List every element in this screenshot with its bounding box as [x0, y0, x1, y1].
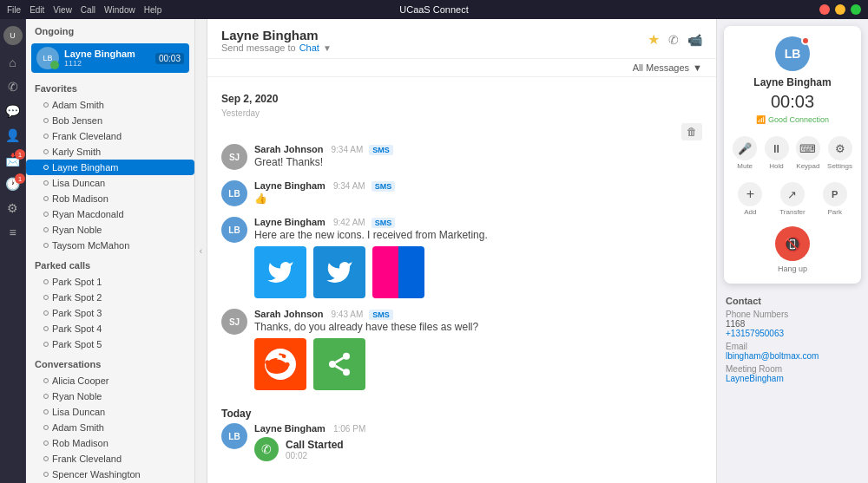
- message-nav-icon[interactable]: 💬: [5, 104, 20, 118]
- message-type: SMS: [369, 145, 393, 155]
- menu-help[interactable]: Help: [144, 5, 162, 15]
- park-spot-3[interactable]: Park Spot 3: [26, 305, 194, 321]
- add-icon: +: [738, 182, 762, 206]
- conv-frank-cleveland[interactable]: Frank Cleveland: [26, 451, 194, 467]
- keypad-icon: ⌨: [796, 136, 820, 160]
- mute-button[interactable]: 🎤 Mute: [731, 133, 759, 173]
- conv-spencer-washington[interactable]: Spencer Washington: [26, 467, 194, 482]
- phone-nav-icon[interactable]: ✆: [8, 80, 18, 94]
- message-time: 1:06 PM: [333, 424, 365, 434]
- contact-lisa-duncan[interactable]: Lisa Duncan: [26, 175, 194, 191]
- date-divider-sep2: Sep 2, 2020: [221, 86, 702, 108]
- contact-karly-smith[interactable]: Karly Smith: [26, 144, 194, 160]
- user-avatar[interactable]: U: [3, 26, 23, 45]
- app-window: File Edit View Call Window Help UCaaS Co…: [0, 0, 868, 483]
- phone-number-1[interactable]: 1168: [726, 319, 859, 329]
- call-actions-row2: + Add ↗ Transfer P Park: [731, 179, 854, 219]
- minimize-button[interactable]: [835, 4, 845, 15]
- contact-ryan-macdonald[interactable]: Ryan Macdonald: [26, 206, 194, 222]
- contact-layne-bingham[interactable]: Layne Bingham: [26, 160, 194, 175]
- star-icon[interactable]: ★: [648, 31, 660, 48]
- panel-collapse-handle[interactable]: ‹: [195, 19, 207, 483]
- delete-button[interactable]: 🗑: [681, 123, 702, 140]
- voicemail-nav-icon[interactable]: 📩1: [5, 153, 20, 166]
- home-nav-icon[interactable]: ⌂: [9, 55, 16, 69]
- message-content: Layne Bingham 9:34 AM SMS 👍: [254, 180, 702, 205]
- title-bar-menu[interactable]: File Edit View Call Window Help: [7, 5, 161, 15]
- park-button[interactable]: P Park: [815, 179, 854, 219]
- message-row: LB Layne Bingham 9:42 AM SMS Here are th…: [221, 217, 702, 298]
- call-quality-indicator: 📶 Good Connection: [731, 115, 854, 124]
- history-nav-icon[interactable]: 🕐1: [5, 177, 20, 191]
- phone-action-icon[interactable]: ✆: [668, 33, 679, 47]
- park-spot-4[interactable]: Park Spot 4: [26, 321, 194, 336]
- ongoing-info: Layne Bingham 1112: [64, 49, 150, 68]
- hangup-button[interactable]: 📵: [775, 226, 810, 261]
- conversations-section-header: Conversations: [26, 352, 194, 373]
- conv-adam-smith[interactable]: Adam Smith: [26, 420, 194, 435]
- left-panel: Ongoing LB Layne Bingham 1112 00:03 Favo…: [26, 19, 195, 483]
- message-time: 9:42 AM: [333, 218, 365, 227]
- park-icon: P: [823, 182, 847, 206]
- ongoing-item-layne[interactable]: LB Layne Bingham 1112 00:03: [31, 43, 189, 73]
- menu-view[interactable]: View: [53, 5, 72, 15]
- close-button[interactable]: [819, 4, 830, 15]
- conv-alicia-cooper[interactable]: Alicia Cooper: [26, 373, 194, 388]
- ongoing-avatar: LB: [36, 47, 59, 69]
- layne-bingham-avatar: LB: [221, 180, 247, 206]
- contact-rob-madison[interactable]: Rob Madison: [26, 191, 194, 206]
- svg-line-7: [335, 358, 343, 362]
- email-value[interactable]: lbingham@boltmax.com: [726, 351, 859, 361]
- phone-number-2[interactable]: +13157950063: [726, 329, 859, 338]
- menu-nav-icon[interactable]: ≡: [9, 225, 16, 239]
- add-label: Add: [744, 208, 756, 216]
- menu-call[interactable]: Call: [81, 5, 95, 15]
- layne-bingham-avatar-2: LB: [221, 217, 247, 243]
- maximize-button[interactable]: [851, 4, 861, 15]
- menu-file[interactable]: File: [7, 5, 21, 15]
- conv-ryan-noble[interactable]: Ryan Noble: [26, 388, 194, 404]
- message-text: Thanks, do you already have these files …: [254, 321, 702, 333]
- message-sender: Sarah Johnson 9:43 AM SMS: [254, 309, 702, 319]
- settings-nav-icon[interactable]: ⚙: [7, 201, 18, 215]
- flickr-icon-image: [372, 246, 424, 298]
- chat-channel-selector[interactable]: Chat: [299, 42, 319, 53]
- park-spot-5[interactable]: Park Spot 5: [26, 336, 194, 352]
- sender-name: Sarah Johnson: [254, 144, 323, 154]
- conv-rob-madison[interactable]: Rob Madison: [26, 435, 194, 451]
- hold-label: Hold: [769, 162, 783, 170]
- menu-window[interactable]: Window: [104, 5, 135, 15]
- avatar-initials: LB: [785, 47, 801, 61]
- transfer-button[interactable]: ↗ Transfer: [773, 179, 812, 219]
- reddit-icon-image: [254, 338, 306, 390]
- contact-taysom-mcmahon[interactable]: Taysom McMahon: [26, 238, 194, 253]
- filter-dropdown-icon[interactable]: ▼: [693, 62, 702, 73]
- contact-adam-smith[interactable]: Adam Smith: [26, 97, 194, 113]
- meeting-room-value[interactable]: LayneBingham: [726, 374, 859, 383]
- conv-lisa-duncan[interactable]: Lisa Duncan: [26, 404, 194, 420]
- main-layout: U ⌂ ✆ 💬 👤 📩1 🕐1 ⚙ ≡ Ongoing LB: [0, 19, 868, 483]
- chat-area: Layne Bingham Send message to Chat ▼ ★ ✆…: [207, 19, 716, 483]
- message-content: Layne Bingham 9:42 AM SMS Here are the n…: [254, 217, 702, 298]
- mute-label: Mute: [737, 162, 753, 170]
- call-actions-row1: 🎤 Mute ⏸ Hold ⌨ Keypad ⚙ Settings: [731, 133, 854, 173]
- contacts-nav-icon[interactable]: 👤: [5, 128, 20, 142]
- call-widget-avatar: LB: [775, 36, 810, 71]
- add-button[interactable]: + Add: [731, 179, 770, 219]
- menu-edit[interactable]: Edit: [30, 5, 44, 15]
- park-spot-1[interactable]: Park Spot 1: [26, 274, 194, 290]
- contact-bob-jensen[interactable]: Bob Jensen: [26, 113, 194, 128]
- park-spot-2[interactable]: Park Spot 2: [26, 290, 194, 305]
- keypad-label: Keypad: [796, 162, 819, 170]
- chat-channel-arrow[interactable]: ▼: [323, 43, 332, 53]
- call-started-text: Call Started 00:02: [286, 439, 344, 460]
- contact-ryan-noble[interactable]: Ryan Noble: [26, 222, 194, 238]
- hold-button[interactable]: ⏸ Hold: [762, 133, 790, 173]
- keypad-button[interactable]: ⌨ Keypad: [794, 133, 822, 173]
- settings-call-button[interactable]: ⚙ Settings: [825, 133, 854, 173]
- mute-icon: 🎤: [733, 136, 757, 160]
- message-text: Great! Thanks!: [254, 156, 702, 168]
- contact-frank-cleveland[interactable]: Frank Cleveland: [26, 128, 194, 144]
- video-action-icon[interactable]: 📹: [687, 33, 702, 47]
- sender-name: Layne Bingham: [254, 180, 326, 191]
